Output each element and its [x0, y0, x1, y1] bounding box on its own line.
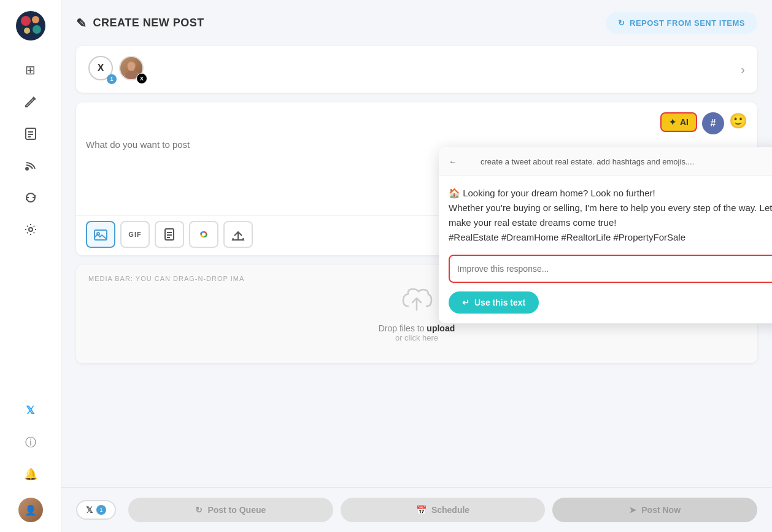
ai-generated-text: 🏠 Looking for your dream home? Look no f… — [449, 186, 772, 245]
post-to-queue-button[interactable]: ↻ Post to Queue — [128, 498, 333, 522]
sidebar-item-feed[interactable] — [17, 152, 44, 179]
chevron-right-icon: › — [741, 63, 745, 77]
repost-button[interactable]: ↻ REPOST FROM SENT ITEMS — [606, 12, 757, 34]
x-overlay-badge: X — [136, 73, 147, 84]
svg-point-0 — [16, 11, 45, 40]
x-label: X — [98, 63, 104, 74]
repost-label: REPOST FROM SENT ITEMS — [630, 18, 745, 28]
ai-improve-input[interactable] — [457, 264, 772, 274]
post-now-label: Post Now — [641, 505, 681, 515]
svg-point-10 — [29, 228, 33, 231]
main-content: ✎ CREATE NEW POST ↻ REPOST FROM SENT ITE… — [61, 0, 772, 532]
upload-text: Drop files to upload — [379, 323, 455, 333]
action-bar: 𝕏 1 ↻ Post to Queue 📅 Schedule ➤ Post No… — [61, 487, 772, 532]
ai-panel-header: ← create a tweet about real estate. add … — [439, 147, 772, 176]
title-text: CREATE NEW POST — [93, 17, 204, 29]
upload-sub: or click here — [395, 333, 438, 342]
post-queue-label: Post to Queue — [207, 505, 266, 515]
emoji-icon: 🙂 — [729, 112, 747, 129]
edit-icon: ✎ — [76, 16, 87, 31]
svg-point-9 — [26, 168, 28, 170]
image-button[interactable] — [86, 221, 115, 248]
back-icon: ← — [449, 157, 457, 166]
use-text-label: Use this text — [474, 298, 525, 307]
sidebar-item-twitter[interactable]: 𝕏 — [17, 397, 44, 424]
post-now-icon: ➤ — [629, 505, 636, 515]
svg-point-2 — [32, 16, 39, 23]
google-button[interactable] — [189, 221, 218, 248]
logo[interactable] — [15, 10, 47, 44]
sidebar-item-recycle[interactable] — [17, 184, 44, 211]
post-now-button[interactable]: ➤ Post Now — [552, 498, 757, 522]
svg-point-3 — [33, 25, 41, 34]
repost-icon: ↻ — [618, 18, 625, 28]
ai-label: AI — [680, 117, 689, 127]
sidebar-item-document[interactable] — [17, 120, 44, 147]
media-bar-label: MEDIA BAR: YOU CAN DRAG-N-DROP IMA — [88, 275, 244, 282]
ai-panel-prompt: create a tweet about real estate. add ha… — [481, 157, 772, 166]
account-avatars: X 1 — [88, 56, 146, 83]
hashtag-icon: # — [711, 118, 716, 129]
sidebar-item-bell[interactable]: 🔔 — [17, 461, 44, 488]
account-chip[interactable]: 𝕏 1 — [76, 500, 116, 520]
upload-arrow-button[interactable] — [223, 221, 253, 248]
ai-panel: ← create a tweet about real estate. add … — [439, 147, 772, 323]
sidebar: ⊞ 𝕏 — [0, 0, 61, 532]
ai-panel-content: 🏠 Looking for your dream home? Look no f… — [439, 176, 772, 323]
schedule-button[interactable]: 📅 Schedule — [341, 498, 546, 522]
sidebar-item-grid[interactable]: ⊞ — [17, 56, 44, 83]
account-selector[interactable]: X 1 — [76, 46, 757, 93]
ai-sparkle-icon: ✦ — [669, 117, 676, 127]
queue-icon: ↻ — [195, 505, 203, 515]
avatar[interactable]: 👤 — [18, 498, 43, 522]
schedule-icon: 📅 — [416, 505, 427, 515]
page-header: ✎ CREATE NEW POST ↻ REPOST FROM SENT ITE… — [76, 12, 757, 34]
use-text-button[interactable]: ↵ Use this text — [449, 291, 539, 314]
page-title: ✎ CREATE NEW POST — [76, 16, 204, 31]
svg-point-4 — [24, 28, 30, 34]
schedule-label: Schedule — [431, 505, 469, 515]
sidebar-item-settings[interactable] — [17, 216, 44, 243]
hashtag-button[interactable]: # — [702, 112, 724, 134]
chip-x-icon: 𝕏 — [86, 505, 93, 515]
ai-improve-box: ↵ — [449, 255, 772, 283]
upload-cloud-icon — [400, 287, 434, 320]
enter-use-icon: ↵ — [462, 298, 469, 307]
sidebar-item-compose[interactable] — [17, 88, 44, 115]
x-account-avatar-wrap: X 1 — [88, 56, 115, 83]
chip-num-badge: 1 — [96, 505, 106, 515]
emoji-button[interactable]: 🙂 — [729, 112, 747, 129]
x-badge: 1 — [107, 74, 117, 84]
file-button[interactable] — [155, 221, 184, 248]
gif-button[interactable]: GIF — [120, 221, 150, 248]
profile-avatar-wrap: X — [119, 56, 146, 83]
ai-button[interactable]: ✦ AI — [660, 112, 697, 132]
compose-toolbar-top: ✦ AI # 🙂 — [76, 102, 757, 139]
ai-panel-back-btn[interactable]: ← — [449, 157, 457, 166]
sidebar-item-info[interactable]: ⓘ — [17, 429, 44, 456]
svg-point-1 — [21, 16, 31, 26]
